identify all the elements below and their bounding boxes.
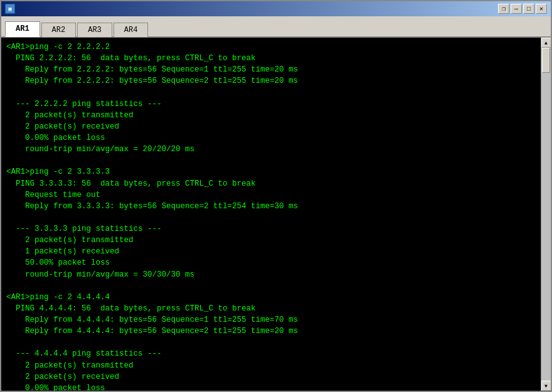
- scroll-up-button[interactable]: ▲: [541, 38, 551, 48]
- window-controls: ❐ — □ ✕: [498, 4, 547, 14]
- tabs-bar: AR1 AR2 AR3 AR4: [1, 16, 551, 38]
- main-window: ▣ ❐ — □ ✕ AR1 AR2 AR3 AR4 <AR1>ping -c 2…: [0, 0, 552, 392]
- restore-button[interactable]: ❐: [498, 4, 509, 14]
- scroll-track[interactable]: [541, 48, 551, 381]
- terminal-container: <AR1>ping -c 2 2.2.2.2 PING 2.2.2.2: 56 …: [1, 38, 551, 391]
- tab-ar3[interactable]: AR3: [77, 23, 112, 37]
- tab-ar1[interactable]: AR1: [5, 21, 40, 37]
- title-bar-left: ▣: [5, 4, 19, 14]
- scroll-thumb[interactable]: [542, 48, 550, 73]
- scrollbar: ▲ ▼: [541, 38, 551, 391]
- minimize-button[interactable]: —: [511, 4, 522, 14]
- title-bar: ▣ ❐ — □ ✕: [1, 1, 551, 16]
- tab-ar4[interactable]: AR4: [114, 23, 149, 37]
- scroll-down-button[interactable]: ▼: [541, 381, 551, 391]
- maximize-button[interactable]: □: [523, 4, 534, 14]
- app-icon: ▣: [5, 4, 15, 14]
- terminal-output[interactable]: <AR1>ping -c 2 2.2.2.2 PING 2.2.2.2: 56 …: [1, 38, 541, 391]
- tab-ar2[interactable]: AR2: [41, 23, 77, 37]
- close-button[interactable]: ✕: [536, 4, 547, 14]
